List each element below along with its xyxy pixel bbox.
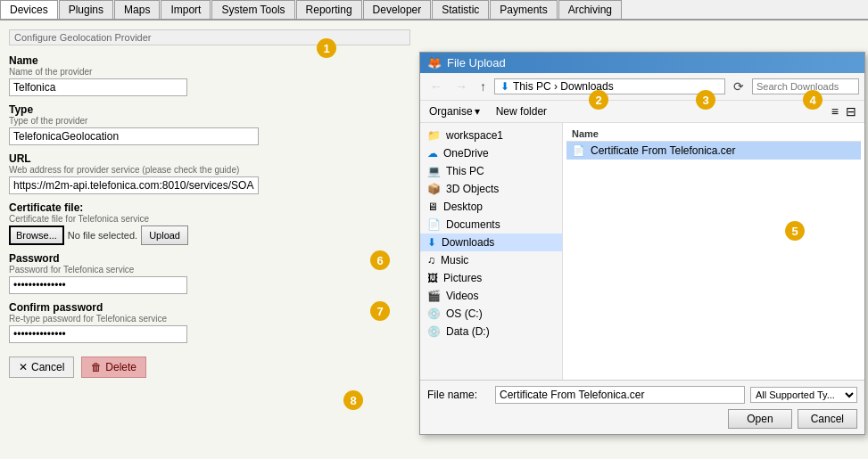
dialog-title: File Upload — [447, 56, 506, 70]
tab-system-tools[interactable]: System Tools — [211, 0, 294, 19]
sidebar-item-pictures[interactable]: 🖼 Pictures — [420, 269, 562, 287]
file-item-cert[interactable]: 📄 Certificate From Telefonica.cer — [566, 142, 861, 160]
drive-c-icon: 💿 — [427, 307, 441, 320]
upload-button[interactable]: Upload — [141, 225, 188, 245]
sidebar-item-music[interactable]: ♫ Music — [420, 251, 562, 269]
cancel-label: Cancel — [31, 361, 64, 373]
password-input[interactable] — [9, 276, 187, 294]
up-button[interactable]: ↑ — [475, 77, 491, 96]
type-sublabel: Type of the provider — [9, 116, 410, 126]
delete-button[interactable]: 🗑 Delete — [81, 357, 146, 378]
tab-statistic[interactable]: Statistic — [432, 0, 489, 19]
filetype-select[interactable]: All Supported Ty... — [750, 387, 857, 403]
url-group: URL Web address for provider service (pl… — [9, 152, 410, 194]
type-input[interactable] — [9, 127, 259, 145]
sidebar-label: This PC — [446, 165, 484, 177]
breadcrumb: ⬇ This PC › Downloads — [494, 78, 725, 94]
sidebar-item-data-d[interactable]: 💿 Data (D:) — [420, 323, 562, 340]
name-group: Name Name of the provider — [9, 54, 410, 96]
computer-icon: 💻 — [427, 165, 441, 177]
drive-d-icon: 💿 — [427, 325, 441, 338]
open-button[interactable]: Open — [728, 409, 791, 429]
documents-icon: 📄 — [427, 218, 441, 231]
tab-developer[interactable]: Developer — [363, 0, 432, 19]
sidebar-label: Videos — [446, 290, 478, 302]
tab-plugins[interactable]: Plugins — [59, 0, 113, 19]
sidebar-label: Data (D:) — [446, 325, 490, 338]
password-label: Password — [9, 252, 410, 265]
download-icon: ⬇ — [427, 236, 436, 249]
sidebar-item-videos[interactable]: 🎬 Videos — [420, 287, 562, 305]
annotation-4: 4 — [803, 90, 823, 110]
filename-label: File name: — [427, 389, 490, 401]
filename-input[interactable] — [495, 386, 745, 404]
tab-reporting[interactable]: Reporting — [296, 0, 362, 19]
cancel-button[interactable]: ✕ Cancel — [9, 357, 74, 378]
filename-row: File name: All Supported Ty... — [427, 386, 857, 404]
confirm-input[interactable] — [9, 325, 187, 343]
main-area: Configure Geolocation Provider Name Name… — [0, 20, 868, 459]
sidebar-item-downloads[interactable]: ⬇ Downloads — [420, 234, 562, 251]
annotation-7: 7 — [370, 301, 390, 321]
cert-label: Certificate file: — [9, 201, 410, 214]
videos-icon: 🎬 — [427, 290, 441, 302]
tab-archiving[interactable]: Archiving — [558, 0, 622, 19]
forward-button[interactable]: → — [451, 77, 472, 96]
sidebar-label: OneDrive — [443, 147, 489, 160]
annotation-2: 2 — [589, 90, 608, 110]
x-icon: ✕ — [19, 361, 28, 373]
browse-button[interactable]: Browse... — [9, 225, 64, 245]
desktop-icon: 🖥 — [427, 201, 438, 213]
dialog-bottom: File name: All Supported Ty... Open Canc… — [420, 380, 864, 434]
organise-button[interactable]: Organise ▾ — [426, 103, 484, 119]
url-label: URL — [9, 152, 410, 165]
dialog-toolbar: ← → ↑ ⬇ This PC › Downloads ⟳ — [420, 73, 864, 101]
sidebar-label: Downloads — [442, 236, 494, 249]
back-button[interactable]: ← — [426, 77, 447, 96]
action-bar: Organise ▾ New folder ≡ ⊟ — [420, 101, 864, 123]
tab-devices[interactable]: Devices — [0, 0, 58, 19]
tab-payments[interactable]: Payments — [490, 0, 557, 19]
dialog-action-row: Open Cancel — [427, 409, 857, 429]
dialog-cancel-button[interactable]: Cancel — [798, 409, 857, 429]
details-view-button[interactable]: ⊟ — [843, 103, 859, 119]
refresh-button[interactable]: ⟳ — [729, 77, 748, 96]
sidebar-label: Pictures — [443, 272, 482, 284]
cert-group: Certificate file: Certificate file for T… — [9, 201, 410, 245]
pictures-icon: 🖼 — [427, 272, 438, 284]
type-group: Type Type of the provider — [9, 103, 410, 145]
firefox-icon: 🦊 — [427, 56, 442, 70]
new-folder-button[interactable]: New folder — [491, 103, 552, 119]
section-title: Configure Geolocation Provider — [9, 29, 410, 45]
url-input[interactable] — [9, 176, 259, 194]
sidebar-label: 3D Objects — [446, 183, 499, 195]
sidebar-item-3d-objects[interactable]: 📦 3D Objects — [420, 180, 562, 198]
sidebar-item-workspace[interactable]: 📁 workspace1 — [420, 127, 562, 144]
cert-file-icon: 📄 — [572, 144, 585, 157]
dialog-body: 📁 workspace1 ☁ OneDrive 💻 This PC 📦 3D O… — [420, 123, 864, 380]
sidebar-item-onedrive[interactable]: ☁ OneDrive — [420, 144, 562, 162]
confirm-label: Confirm password — [9, 301, 410, 314]
name-input[interactable] — [9, 78, 187, 96]
sidebar-item-documents[interactable]: 📄 Documents — [420, 216, 562, 234]
tab-maps[interactable]: Maps — [114, 0, 160, 19]
sidebar-label: Music — [441, 254, 468, 266]
password-group: Password Password for Telefonica service — [9, 252, 410, 294]
name-sublabel: Name of the provider — [9, 67, 410, 77]
sidebar-item-os-c[interactable]: 💿 OS (C:) — [420, 305, 562, 323]
organise-label: Organise — [429, 105, 473, 118]
folder-icon: 📁 — [427, 129, 441, 142]
location-icon: ⬇ — [500, 80, 509, 93]
view-icons: ≡ ⊟ — [829, 103, 859, 119]
sidebar-item-this-pc[interactable]: 💻 This PC — [420, 162, 562, 180]
chevron-down-icon: ▾ — [475, 105, 480, 118]
list-view-button[interactable]: ≡ — [829, 103, 841, 119]
file-list-panel: Name 📄 Certificate From Telefonica.cer — [563, 123, 864, 380]
url-sublabel: Web address for provider service (please… — [9, 165, 410, 175]
sidebar-label: OS (C:) — [446, 307, 483, 320]
cert-sublabel: Certificate file for Telefonica service — [9, 214, 410, 224]
sidebar-item-desktop[interactable]: 🖥 Desktop — [420, 198, 562, 216]
delete-label: Delete — [105, 361, 136, 373]
sidebar-label: Documents — [446, 218, 500, 231]
tab-import[interactable]: Import — [161, 0, 211, 19]
